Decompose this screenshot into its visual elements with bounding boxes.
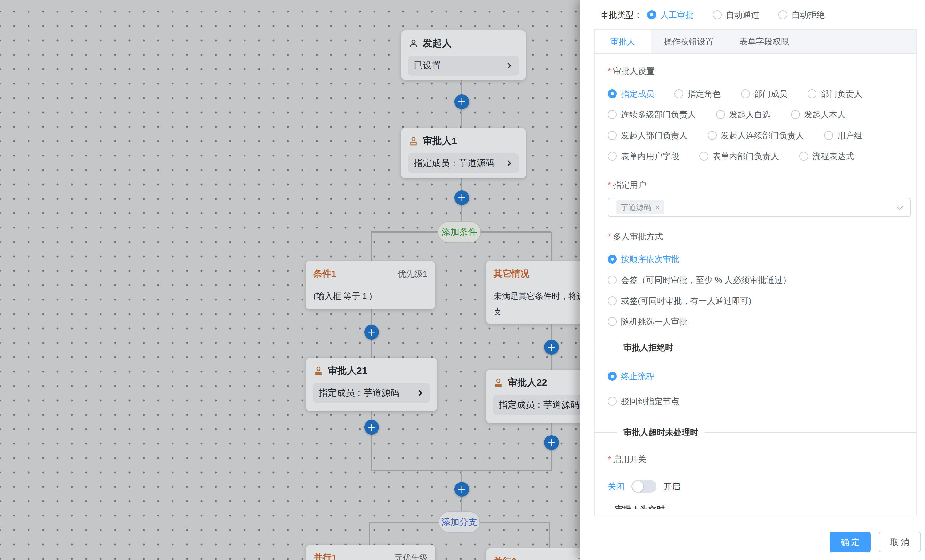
add-node-button[interactable] [455,95,469,109]
required-asterisk: * [608,455,611,464]
radio-random-one[interactable]: 随机挑选一人审批 [608,316,687,327]
add-node-button[interactable] [364,325,379,340]
radio-dot [741,89,750,98]
tab-button-settings[interactable]: 操作按钮设置 [651,30,726,53]
approver-form: * 审批人设置 指定成员 指定角色 部门成员 部门负责人 连续多级部门负责人 发… [595,66,916,509]
radio-dot [608,397,617,406]
condition-title: 并行2 [494,555,517,560]
stamp-icon [313,366,324,376]
node-condition1[interactable]: 条件1 优先级1 (输入框 等于 1 ) [306,261,435,309]
radio-orsign[interactable]: 或签(可同时审批，有一人通过即可) [608,295,751,307]
add-node-button[interactable] [544,340,559,355]
condition-title: 并行1 [314,552,337,560]
chevron-down-icon [896,203,904,210]
approver-setting-row1: 指定成员 指定角色 部门成员 部门负责人 [608,89,916,99]
node-approver1[interactable]: 审批人1 指定成员：芋道源码 [401,128,526,178]
radio-dept-leader[interactable]: 部门负责人 [807,88,862,99]
tag-close-icon[interactable]: × [655,203,660,212]
radio-dept-member[interactable]: 部门成员 [741,88,787,99]
add-node-button[interactable] [455,190,469,205]
chevron-right-icon [416,389,424,397]
node-config-row[interactable]: 指定成员：芋道源码 [313,383,430,403]
radio-dot [807,89,817,98]
switch-off-label: 关闭 [608,481,624,492]
approver-setting-label: * 审批人设置 [608,66,916,75]
drawer-footer: 确 定 取 消 [580,516,925,560]
reject-option: 终止流程 [608,372,916,381]
node-start[interactable]: 发起人 已设置 [401,30,526,80]
node-approver21[interactable]: 审批人21 指定成员：芋道源码 [306,358,437,411]
radio-starter-choose[interactable]: 发起人自选 [716,109,771,120]
multi-approve-option: 按顺序依次审批 [608,254,916,264]
selected-user-tag: 芋道源码 × [616,200,664,214]
chevron-right-icon [505,159,513,167]
approver-setting-row2: 连续多级部门负责人 发起人自选 发起人本人 [608,110,916,119]
radio-assigned-role[interactable]: 指定角色 [674,88,721,99]
node-title: 发起人 [423,37,452,50]
radio-dot [779,10,787,19]
radio-user-group[interactable]: 用户组 [824,130,862,141]
confirm-button[interactable]: 确 定 [830,532,871,552]
radio-starter-dept-leader[interactable]: 发起人部门负责人 [608,130,687,141]
person-icon [408,38,419,49]
node-parallel1[interactable]: 并行1 无优先级 [306,545,435,560]
add-condition-button[interactable]: 添加条件 [437,221,481,242]
radio-dot [608,372,617,381]
timeout-section-title: 审批人超时未处理时 [617,427,705,438]
assign-user-select[interactable]: 芋道源码 × [608,198,911,217]
radio-manual-approve[interactable]: 人工审批 [647,9,694,21]
radio-dot [608,317,617,326]
tab-approver[interactable]: 审批人 [595,30,651,53]
radio-auto-pass[interactable]: 自动通过 [713,9,759,21]
approve-type-radio-group: 人工审批 自动通过 自动拒绝 [647,9,844,21]
radio-dot [608,131,617,140]
radio-dot [708,131,717,140]
radio-dot [713,10,722,19]
node-title: 审批人1 [423,134,457,148]
radio-return-to-node[interactable]: 驳回到指定节点 [608,396,679,407]
radio-dot [608,89,617,98]
drawer-body: 审批人 操作按钮设置 表单字段权限 * 审批人设置 指定成员 指定角色 部门成员… [594,29,917,516]
radio-assigned-member[interactable]: 指定成员 [608,88,654,99]
radio-dot [791,110,800,119]
tab-form-field-permission[interactable]: 表单字段权限 [726,30,802,53]
cancel-button[interactable]: 取 消 [878,532,921,552]
add-node-button[interactable] [455,482,469,497]
radio-sequential-approve[interactable]: 按顺序依次审批 [608,254,679,265]
radio-terminate-process[interactable]: 终止流程 [608,371,654,382]
stamp-icon [408,135,419,146]
radio-form-dept-leader[interactable]: 表单内部门负责人 [699,151,779,162]
radio-starter-multi-dept-leader[interactable]: 发起人连续部门负责人 [708,130,804,141]
add-node-button[interactable] [544,435,559,450]
required-asterisk: * [608,180,611,190]
condition-priority: 优先级1 [398,268,427,280]
reject-section-title: 审批人拒绝时 [617,342,680,353]
condition-priority: 无优先级 [394,552,428,560]
connector-line [551,232,552,261]
timeout-switch-row: 关闭 开启 [608,477,916,496]
add-node-button[interactable] [364,420,379,435]
stamp-icon [493,377,504,388]
radio-starter-self[interactable]: 发起人本人 [791,109,846,120]
reject-option: 驳回到指定节点 [608,396,916,406]
radio-dot [608,296,617,305]
next-section-title-partial: 审批人为空时 [615,504,916,509]
radio-dot [608,152,617,161]
radio-multi-level-dept-leader[interactable]: 连续多级部门负责人 [608,109,696,120]
multi-approve-option: 或签(可同时审批，有一人通过即可) [608,296,916,306]
radio-countersign[interactable]: 会签（可同时审批，至少 % 人必须审批通过） [608,275,791,286]
connector-line [369,522,370,545]
radio-auto-reject[interactable]: 自动拒绝 [779,9,825,21]
node-config-row[interactable]: 已设置 [408,56,519,75]
approve-node-config-drawer: 审批类型： 人工审批 自动通过 自动拒绝 审批人 操作按钮设置 表单字段权限 * [580,0,925,560]
timeout-enable-toggle[interactable] [631,480,657,493]
condition-title: 其它情况 [494,268,529,280]
node-config-row[interactable]: 指定成员：芋道源码 [408,153,519,173]
radio-form-user-field[interactable]: 表单内用户字段 [608,151,679,162]
multi-approve-option: 会签（可同时审批，至少 % 人必须审批通过） [608,275,916,285]
approve-type-label: 审批类型： [600,9,642,21]
node-config-text: 指定成员：芋道源码 [414,157,494,169]
radio-dot [716,110,725,119]
add-branch-button[interactable]: 添加分支 [438,511,480,533]
radio-process-expression[interactable]: 流程表达式 [799,151,854,162]
